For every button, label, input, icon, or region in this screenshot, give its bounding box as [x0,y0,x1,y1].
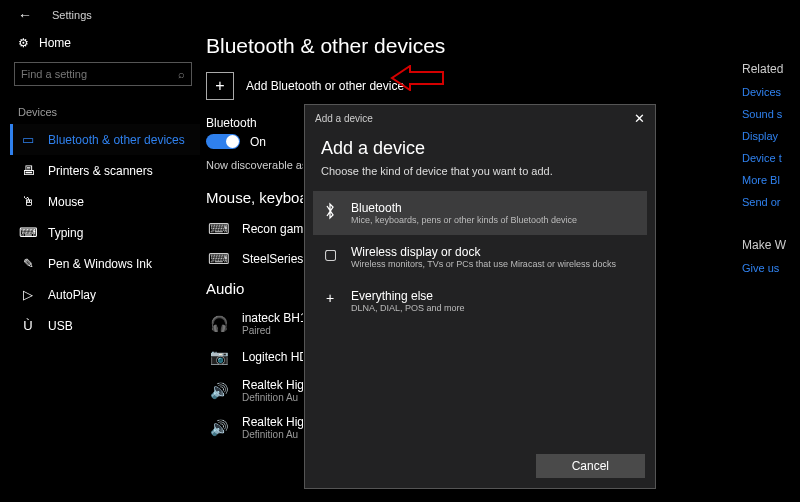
keyboard-icon: ⌨ [20,225,36,240]
annotation-arrow-icon [390,65,445,91]
mouse-icon: 🖱 [20,194,36,209]
option-title: Everything else [351,289,465,303]
window-title: Settings [52,9,92,21]
gear-icon: ⚙ [18,36,29,50]
option-subtitle: Wireless monitors, TVs or PCs that use M… [351,259,616,269]
sidebar-item-label: Pen & Windows Ink [48,257,152,271]
dialog-title: Add a device [321,138,639,159]
sidebar-item-mouse[interactable]: 🖱 Mouse [10,186,200,217]
devices-icon: ▭ [20,132,36,147]
device-name: Recon gamin [242,222,313,236]
sidebar-item-label: USB [48,319,73,333]
sidebar-item-label: Printers & scanners [48,164,153,178]
search-icon: ⌕ [178,68,185,80]
close-icon[interactable]: ✕ [634,111,645,126]
sidebar-item-label: Mouse [48,195,84,209]
sidebar-section-header: Devices [10,100,200,124]
device-sub: Definition Au [242,429,311,440]
camera-icon: 📷 [208,348,230,366]
dialog-option-bluetooth[interactable]: Bluetooth Mice, keyboards, pens or other… [313,191,647,235]
home-label: Home [39,36,71,50]
speaker-icon: 🔊 [208,419,230,437]
related-header: Related [742,62,800,76]
page-title: Bluetooth & other devices [206,34,732,58]
device-name: Realtek High [242,415,311,429]
sidebar-item-typing[interactable]: ⌨ Typing [10,217,200,248]
sidebar-item-printers[interactable]: 🖶 Printers & scanners [10,155,200,186]
cancel-button[interactable]: Cancel [536,454,645,478]
related-link[interactable]: Sound s [742,108,800,120]
related-link[interactable]: Display [742,130,800,142]
headphones-icon: 🎧 [208,315,230,333]
dialog-option-wireless-display[interactable]: ▢ Wireless display or dock Wireless moni… [313,235,647,279]
dialog-small-title: Add a device [315,113,373,124]
sidebar-item-autoplay[interactable]: ▷ AutoPlay [10,279,200,310]
device-name: Logitech HD [242,350,308,364]
keyboard-device-icon: ⌨ [208,220,230,238]
device-name: Realtek High [242,378,311,392]
sidebar-item-label: Typing [48,226,83,240]
sidebar-item-bluetooth[interactable]: ▭ Bluetooth & other devices [10,124,200,155]
speaker-icon: 🔊 [208,382,230,400]
device-sub: Definition Au [242,392,311,403]
bluetooth-toggle[interactable] [206,134,240,149]
keyboard-device-icon: ⌨ [208,250,230,268]
related-link[interactable]: Devices [742,86,800,98]
related-link[interactable]: Send or [742,196,800,208]
pen-icon: ✎ [20,256,36,271]
sidebar-item-usb[interactable]: Ù USB [10,310,200,341]
option-subtitle: DLNA, DIAL, POS and more [351,303,465,313]
sidebar-item-label: Bluetooth & other devices [48,133,185,147]
usb-icon: Ù [20,318,36,333]
bluetooth-icon [321,201,339,225]
add-device-label: Add Bluetooth or other device [246,79,404,93]
add-device-button[interactable]: + Add Bluetooth or other device [206,72,732,100]
option-title: Wireless display or dock [351,245,616,259]
sidebar-item-label: AutoPlay [48,288,96,302]
autoplay-icon: ▷ [20,287,36,302]
dialog-subtitle: Choose the kind of device that you want … [321,165,639,177]
dialog-option-everything-else[interactable]: + Everything else DLNA, DIAL, POS and mo… [313,279,647,323]
plus-icon: + [321,289,339,313]
plus-icon: + [206,72,234,100]
option-subtitle: Mice, keyboards, pens or other kinds of … [351,215,577,225]
option-title: Bluetooth [351,201,577,215]
feedback-header: Make W [742,238,800,252]
home-button[interactable]: ⚙ Home [10,30,200,56]
related-link[interactable]: Device t [742,152,800,164]
display-icon: ▢ [321,245,339,269]
back-icon[interactable]: ← [18,7,32,23]
sidebar-item-pen[interactable]: ✎ Pen & Windows Ink [10,248,200,279]
bluetooth-state: On [250,135,266,149]
related-link[interactable]: More Bl [742,174,800,186]
search-input[interactable] [21,68,174,80]
feedback-link[interactable]: Give us [742,262,800,274]
add-device-dialog: Add a device ✕ Add a device Choose the k… [304,104,656,489]
printer-icon: 🖶 [20,163,36,178]
search-box[interactable]: ⌕ [14,62,192,86]
